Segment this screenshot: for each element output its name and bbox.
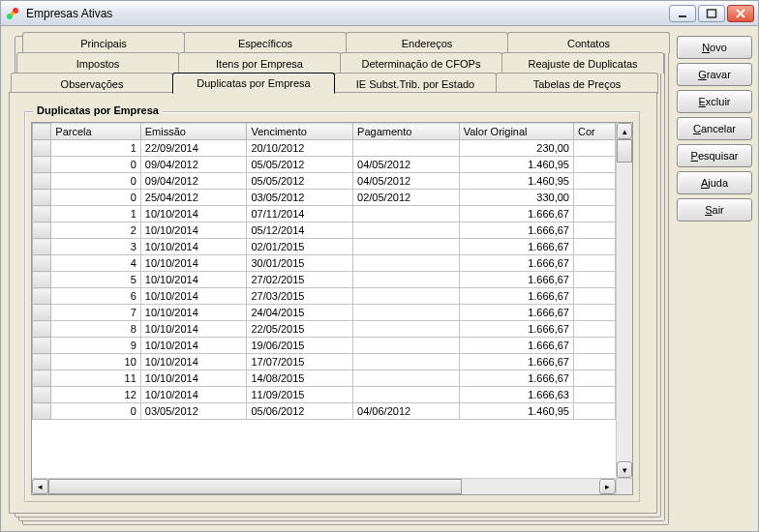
cell-pagamento[interactable] [353,272,460,288]
tab-contatos[interactable]: Contatos [507,32,670,53]
table-row[interactable]: 003/05/201205/06/201204/06/20121.460,95 [33,403,616,420]
tab-duplicatas-por-empresa[interactable]: Duplicatas por Empresa [172,73,335,94]
hscroll-thumb[interactable] [48,479,462,494]
col-emissao[interactable]: Emissão [140,124,247,140]
cell-emissao[interactable]: 25/04/2012 [140,190,247,206]
cell-cor[interactable] [573,140,615,157]
table-row[interactable]: 1010/10/201417/07/20151.666,67 [33,354,616,370]
vertical-scrollbar[interactable]: ▴ ▾ [616,123,632,478]
table-row[interactable]: 310/10/201402/01/20151.666,67 [33,239,616,255]
cell-emissao[interactable]: 03/05/2012 [140,403,247,420]
cell-parcela[interactable]: 11 [51,370,140,387]
scroll-down-button[interactable]: ▾ [617,461,632,478]
cell-valor[interactable]: 1.666,67 [459,206,573,222]
cell-vencimento[interactable]: 19/06/2015 [247,338,353,354]
excluir-button[interactable]: Excluir [677,90,752,113]
row-header[interactable] [33,140,51,157]
cell-emissao[interactable]: 10/10/2014 [140,255,247,272]
cell-valor[interactable]: 1.666,67 [459,354,573,370]
novo-button[interactable]: Novo [677,36,752,59]
pesquisar-button[interactable]: Pesquisar [677,144,752,167]
cell-vencimento[interactable]: 05/05/2012 [247,173,353,190]
cell-emissao[interactable]: 10/10/2014 [140,305,247,321]
table-row[interactable]: 1210/10/201411/09/20151.666,63 [33,387,616,403]
cell-cor[interactable] [573,173,615,190]
row-header[interactable] [33,272,51,288]
cell-pagamento[interactable] [353,370,460,387]
cell-cor[interactable] [573,222,615,239]
table-row[interactable]: 910/10/201419/06/20151.666,67 [33,338,616,354]
cell-vencimento[interactable]: 22/05/2015 [247,321,353,338]
hscroll-track[interactable] [48,479,599,494]
cell-emissao[interactable]: 10/10/2014 [140,338,247,354]
cell-vencimento[interactable]: 27/02/2015 [247,272,353,288]
table-row[interactable]: 710/10/201424/04/20151.666,67 [33,305,616,321]
cell-vencimento[interactable]: 17/07/2015 [247,354,353,370]
cell-parcela[interactable]: 2 [51,222,140,239]
cell-parcela[interactable]: 8 [51,321,140,338]
cell-cor[interactable] [573,288,615,305]
cell-valor[interactable]: 1.666,67 [459,272,573,288]
cell-emissao[interactable]: 10/10/2014 [140,354,247,370]
col-pagamento[interactable]: Pagamento [353,124,460,140]
cell-parcela[interactable]: 5 [51,272,140,288]
cell-pagamento[interactable] [353,321,460,338]
table-row[interactable]: 810/10/201422/05/20151.666,67 [33,321,616,338]
vscroll-track[interactable] [617,139,632,461]
cell-vencimento[interactable]: 05/05/2012 [247,157,353,173]
cell-emissao[interactable]: 10/10/2014 [140,370,247,387]
cell-emissao[interactable]: 09/04/2012 [140,157,247,173]
cell-cor[interactable] [573,354,615,370]
cell-parcela[interactable]: 9 [51,338,140,354]
cell-pagamento[interactable]: 04/05/2012 [353,157,460,173]
cell-cor[interactable] [573,387,615,403]
tab-impostos[interactable]: Impostos [16,52,179,74]
horizontal-scrollbar[interactable]: ◂ ▸ [32,478,616,494]
table-row[interactable]: 1110/10/201414/08/20151.666,67 [33,370,616,387]
cell-valor[interactable]: 1.666,67 [459,370,573,387]
table-row[interactable]: 210/10/201405/12/20141.666,67 [33,222,616,239]
cell-valor[interactable]: 1.666,67 [459,288,573,305]
row-header[interactable] [33,338,51,354]
col-cor[interactable]: Cor [573,124,615,140]
cell-cor[interactable] [573,305,615,321]
cell-valor[interactable]: 1.666,67 [459,338,573,354]
cell-vencimento[interactable]: 05/12/2014 [247,222,353,239]
cell-cor[interactable] [573,157,615,173]
cell-vencimento[interactable]: 02/01/2015 [247,239,353,255]
cell-parcela[interactable]: 7 [51,305,140,321]
table-row[interactable]: 025/04/201203/05/201202/05/2012330,00 [33,190,616,206]
cell-pagamento[interactable] [353,222,460,239]
gravar-button[interactable]: Gravar [677,63,752,86]
tab-reajuste-duplicatas[interactable]: Reajuste de Duplicatas [501,52,664,74]
cell-emissao[interactable]: 10/10/2014 [140,288,247,305]
row-header[interactable] [33,157,51,173]
tab-observacoes[interactable]: Observações [11,73,173,94]
cell-valor[interactable]: 1.460,95 [459,403,573,420]
cell-vencimento[interactable]: 27/03/2015 [247,288,353,305]
table-row[interactable]: 009/04/201205/05/201204/05/20121.460,95 [33,157,616,173]
row-header[interactable] [33,387,51,403]
cell-emissao[interactable]: 10/10/2014 [140,222,247,239]
table-row[interactable]: 122/09/201420/10/2012230,00 [33,140,616,157]
tab-principais[interactable]: Principais [22,32,185,53]
table-row[interactable]: 009/04/201205/05/201204/05/20121.460,95 [33,173,616,190]
col-valor[interactable]: Valor Original [459,124,573,140]
cell-pagamento[interactable]: 02/05/2012 [353,190,460,206]
cell-cor[interactable] [573,239,615,255]
maximize-button[interactable] [698,5,725,22]
tab-especificos[interactable]: Específicos [184,32,347,53]
cell-cor[interactable] [573,206,615,222]
cell-parcela[interactable]: 3 [51,239,140,255]
cell-parcela[interactable]: 0 [51,173,140,190]
cell-parcela[interactable]: 10 [51,354,140,370]
cell-cor[interactable] [573,272,615,288]
table-row[interactable]: 610/10/201427/03/20151.666,67 [33,288,616,305]
table-row[interactable]: 110/10/201407/11/20141.666,67 [33,206,616,222]
cell-vencimento[interactable]: 20/10/2012 [247,140,353,157]
cell-valor[interactable]: 1.666,67 [459,305,573,321]
cell-pagamento[interactable] [353,239,460,255]
scroll-left-button[interactable]: ◂ [32,479,48,494]
cell-pagamento[interactable] [353,305,460,321]
cell-cor[interactable] [573,370,615,387]
